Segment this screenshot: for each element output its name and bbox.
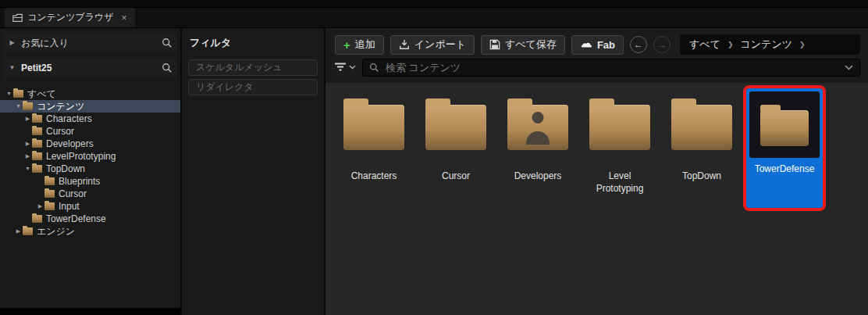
tree-item-developers[interactable]: ▶ Developers	[0, 138, 180, 150]
folder-icon	[44, 177, 55, 185]
folder-icon	[44, 190, 55, 198]
tree-item-label: TopDown	[46, 163, 85, 174]
folder-icon	[13, 90, 23, 98]
person-icon	[532, 112, 544, 123]
tree-item-label: Input	[59, 201, 80, 212]
toolbar: + 追加 インポート すべて保存	[335, 33, 860, 56]
tree-item-label: Cursor	[59, 188, 87, 199]
filter-chip-skeletal-mesh[interactable]: スケルタルメッシュ	[188, 59, 318, 76]
chevron-collapsed-icon[interactable]: ▶	[23, 150, 32, 163]
tree-item-label: LevelPrototyping	[46, 151, 116, 162]
chevron-down-icon	[349, 65, 356, 70]
folder-tile-cursor[interactable]: Cursor	[415, 89, 496, 183]
breadcrumb: すべて ❯ コンテンツ ❯	[680, 34, 860, 55]
editor-toolbar-edge	[0, 0, 868, 8]
forward-arrow-icon: →	[657, 39, 667, 50]
folder-tile-characters[interactable]: Characters	[333, 89, 414, 183]
filter-dropdown-button[interactable]	[335, 63, 356, 72]
tree-item-topdown[interactable]: ▼ TopDown	[0, 163, 180, 175]
funnel-icon	[335, 63, 347, 72]
filter-panel-title: フィルタ	[182, 28, 324, 56]
folder-thumbnail	[497, 89, 578, 158]
folder-icon	[589, 105, 650, 150]
chevron-expanded-icon[interactable]: ▼	[5, 88, 13, 100]
tree-item-content[interactable]: ▼ コンテンツ	[0, 100, 180, 113]
search-icon[interactable]	[162, 38, 173, 48]
tab-content-browser[interactable]: コンテンツブラウザ ×	[5, 8, 135, 27]
save-all-button[interactable]: すべて保存	[481, 35, 565, 55]
import-button[interactable]: インポート	[390, 35, 475, 55]
project-header[interactable]: ▼ Petit25	[3, 58, 177, 78]
folder-label: Characters	[351, 170, 397, 183]
chevron-collapsed-icon[interactable]: ▶	[8, 37, 16, 49]
folder-thumbnail	[749, 91, 820, 158]
folder-thumbnail	[415, 89, 496, 158]
fab-button-label: Fab	[597, 39, 615, 51]
close-icon[interactable]: ×	[122, 13, 127, 23]
fab-button[interactable]: Fab	[571, 35, 624, 55]
forward-button[interactable]: →	[653, 36, 671, 53]
folder-icon	[32, 152, 42, 160]
folder-icon	[44, 202, 55, 210]
asset-grid: Characters Cursor Developers	[326, 83, 868, 315]
panel-footer	[0, 308, 180, 315]
tree-item-cursor[interactable]: Cursor	[0, 125, 180, 138]
folder-icon	[32, 115, 42, 123]
folder-icon	[343, 105, 404, 150]
search-input[interactable]	[384, 61, 840, 74]
folder-label: TowerDefense	[755, 163, 815, 176]
folder-icon	[23, 227, 33, 235]
content-browser-window: コンテンツブラウザ × ▶ お気に入り ▼ Petit25	[0, 0, 868, 315]
chevron-expanded-icon[interactable]: ▼	[14, 100, 23, 113]
breadcrumb-item-content[interactable]: コンテンツ	[741, 38, 793, 52]
project-label: Petit25	[21, 63, 157, 73]
tree-item-characters[interactable]: ▶ Characters	[0, 113, 180, 125]
add-button[interactable]: + 追加	[335, 35, 384, 55]
tree-item-label: Developers	[46, 138, 94, 149]
back-arrow-icon: ←	[634, 39, 643, 50]
chevron-expanded-icon[interactable]: ▼	[23, 163, 32, 175]
folder-tile-topdown[interactable]: TopDown	[661, 89, 742, 183]
fab-logo-icon	[580, 40, 592, 49]
tree-item-towerdefense[interactable]: TowerDefense	[0, 213, 180, 225]
tab-bar: コンテンツブラウザ ×	[0, 8, 868, 28]
tree-item-topdown-cursor[interactable]: Cursor	[0, 188, 180, 200]
filter-panel: フィルタ スケルタルメッシュ リダイレクタ	[182, 28, 326, 315]
folder-tile-levelprototyping[interactable]: Level Prototyping	[579, 89, 660, 195]
chevron-right-icon: ❯	[799, 41, 806, 48]
folder-tile-towerdefense[interactable]: TowerDefense	[746, 88, 823, 208]
tree-item-label: エンジン	[37, 225, 75, 238]
folder-icon	[760, 110, 809, 146]
tree-item-engine[interactable]: ▶ エンジン	[0, 225, 180, 238]
tree-item-label: Cursor	[46, 126, 74, 137]
folder-label: TopDown	[682, 170, 721, 183]
search-box[interactable]	[362, 59, 860, 77]
breadcrumb-item-all[interactable]: すべて	[689, 38, 720, 52]
chevron-down-icon[interactable]	[845, 65, 853, 70]
add-button-label: 追加	[355, 38, 375, 52]
folder-label: Cursor	[442, 170, 470, 183]
selection-annotation-red-box: TowerDefense	[743, 85, 826, 211]
developers-folder-icon	[507, 105, 568, 150]
content-browser-icon	[12, 13, 23, 23]
save-all-button-label: すべて保存	[505, 38, 557, 52]
folder-tile-developers[interactable]: Developers	[497, 89, 578, 183]
import-button-label: インポート	[414, 38, 466, 52]
tree-item-blueprints[interactable]: Blueprints	[0, 175, 180, 188]
folder-icon	[425, 105, 486, 150]
tree-item-input[interactable]: ▶ Input	[0, 200, 180, 213]
back-button[interactable]: ←	[630, 36, 647, 53]
chevron-collapsed-icon[interactable]: ▶	[23, 138, 32, 150]
asset-view: + 追加 インポート すべて保存	[326, 28, 868, 315]
search-icon[interactable]	[162, 63, 173, 73]
chevron-collapsed-icon[interactable]: ▶	[14, 225, 23, 238]
chevron-collapsed-icon[interactable]: ▶	[23, 113, 32, 125]
folder-icon	[32, 165, 42, 173]
favorites-header[interactable]: ▶ お気に入り	[3, 33, 177, 53]
save-icon	[489, 39, 500, 50]
filter-chip-redirector[interactable]: リダイレクタ	[188, 79, 318, 95]
chevron-collapsed-icon[interactable]: ▶	[36, 200, 44, 213]
tree-item-all[interactable]: ▼ すべて	[0, 88, 180, 100]
chevron-expanded-icon[interactable]: ▼	[8, 62, 16, 74]
tree-item-levelprototyping[interactable]: ▶ LevelPrototyping	[0, 150, 180, 163]
